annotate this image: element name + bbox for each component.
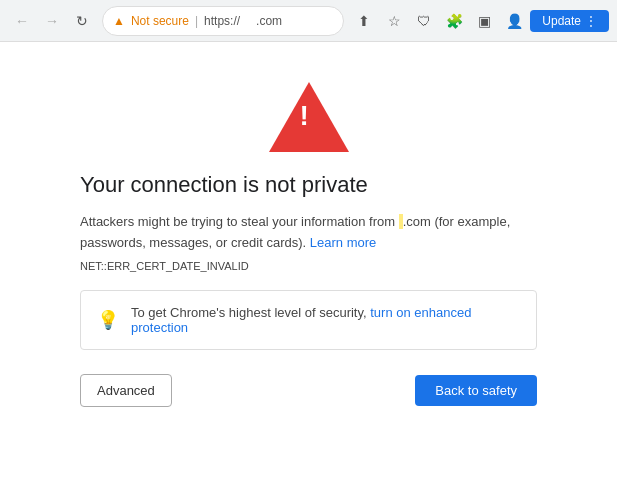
toolbar-icons: ⬆ ☆ 🛡 🧩 ▣ 👤 Update ⋮ (350, 7, 609, 35)
url-prefix: https:// (204, 14, 240, 28)
description-prefix: Attackers might be trying to steal your … (80, 214, 399, 229)
nav-buttons: ← → ↻ (8, 7, 96, 35)
security-tip-text: To get Chrome's highest level of securit… (131, 305, 520, 335)
bookmark-icon[interactable]: ☆ (380, 7, 408, 35)
button-row: Advanced Back to safety (80, 374, 537, 407)
back-button[interactable]: ← (8, 7, 36, 35)
security-tip-prefix: To get Chrome's highest level of securit… (131, 305, 367, 320)
error-title: Your connection is not private (80, 172, 368, 198)
url-suffix: .com (256, 14, 282, 28)
bulb-icon: 💡 (97, 309, 119, 331)
advanced-button[interactable]: Advanced (80, 374, 172, 407)
share-icon[interactable]: ⬆ (350, 7, 378, 35)
error-icon-container (269, 82, 349, 152)
shield-icon[interactable]: 🛡 (410, 7, 438, 35)
warning-triangle-icon: ▲ (113, 14, 125, 28)
update-label: Update (542, 14, 581, 28)
extensions-icon[interactable]: 🧩 (440, 7, 468, 35)
update-menu-icon: ⋮ (585, 14, 597, 28)
window-icon[interactable]: ▣ (470, 7, 498, 35)
security-tip-box: 💡 To get Chrome's highest level of secur… (80, 290, 537, 350)
forward-button[interactable]: → (38, 7, 66, 35)
learn-more-link[interactable]: Learn more (310, 235, 376, 250)
back-to-safety-button[interactable]: Back to safety (415, 375, 537, 406)
page-content: Your connection is not private Attackers… (0, 42, 617, 500)
not-secure-label: Not secure (131, 14, 189, 28)
refresh-button[interactable]: ↻ (68, 7, 96, 35)
address-separator: | (195, 14, 198, 28)
profile-icon[interactable]: 👤 (500, 7, 528, 35)
warning-triangle-icon (269, 82, 349, 152)
error-description: Attackers might be trying to steal your … (80, 212, 537, 254)
address-bar[interactable]: ▲ Not secure | https:// .com (102, 6, 344, 36)
browser-chrome: ← → ↻ ▲ Not secure | https:// .com ⬆ ☆ 🛡… (0, 0, 617, 42)
error-code: NET::ERR_CERT_DATE_INVALID (80, 260, 249, 272)
update-button[interactable]: Update ⋮ (530, 10, 609, 32)
